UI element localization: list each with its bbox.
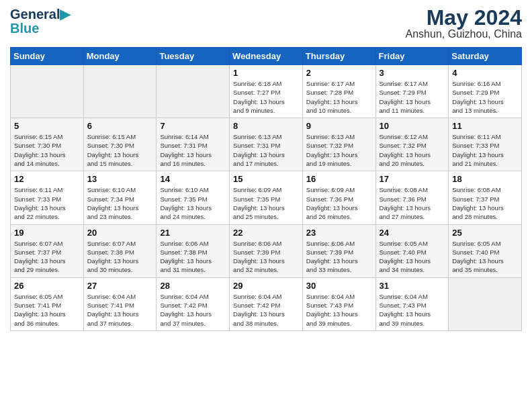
table-row — [449, 277, 522, 330]
day-number: 25 — [452, 228, 518, 238]
day-number: 14 — [160, 174, 226, 184]
day-info: Sunrise: 6:11 AMSunset: 7:33 PMDaylight:… — [14, 185, 80, 221]
header: General▶ Blue May 2024 Anshun, Guizhou, … — [10, 7, 522, 40]
day-number: 1 — [233, 68, 299, 78]
day-number: 30 — [306, 281, 372, 291]
calendar-week-row: 26Sunrise: 6:05 AMSunset: 7:41 PMDayligh… — [11, 277, 522, 330]
day-info: Sunrise: 6:07 AMSunset: 7:38 PMDaylight:… — [87, 239, 153, 275]
calendar-header-row: Sunday Monday Tuesday Wednesday Thursday… — [11, 48, 522, 65]
table-row: 7Sunrise: 6:14 AMSunset: 7:31 PMDaylight… — [157, 118, 230, 171]
day-info: Sunrise: 6:04 AMSunset: 7:41 PMDaylight:… — [87, 292, 153, 328]
table-row — [83, 65, 157, 118]
table-row: 26Sunrise: 6:05 AMSunset: 7:41 PMDayligh… — [11, 277, 84, 330]
day-number: 7 — [160, 121, 226, 131]
day-info: Sunrise: 6:13 AMSunset: 7:32 PMDaylight:… — [306, 132, 372, 168]
col-tuesday: Tuesday — [157, 48, 230, 65]
col-monday: Monday — [83, 48, 157, 65]
day-info: Sunrise: 6:18 AMSunset: 7:27 PMDaylight:… — [233, 79, 299, 115]
day-info: Sunrise: 6:16 AMSunset: 7:29 PMDaylight:… — [452, 79, 518, 115]
day-info: Sunrise: 6:09 AMSunset: 7:36 PMDaylight:… — [306, 185, 372, 221]
table-row: 21Sunrise: 6:06 AMSunset: 7:38 PMDayligh… — [157, 224, 230, 277]
day-info: Sunrise: 6:11 AMSunset: 7:33 PMDaylight:… — [452, 132, 518, 168]
table-row: 4Sunrise: 6:16 AMSunset: 7:29 PMDaylight… — [449, 65, 522, 118]
table-row: 30Sunrise: 6:04 AMSunset: 7:43 PMDayligh… — [302, 277, 375, 330]
day-info: Sunrise: 6:10 AMSunset: 7:35 PMDaylight:… — [160, 185, 226, 221]
table-row: 23Sunrise: 6:06 AMSunset: 7:39 PMDayligh… — [302, 224, 375, 277]
logo: General▶ Blue — [10, 7, 70, 35]
calendar-table: Sunday Monday Tuesday Wednesday Thursday… — [10, 47, 522, 331]
table-row: 10Sunrise: 6:12 AMSunset: 7:32 PMDayligh… — [375, 118, 449, 171]
table-row: 15Sunrise: 6:09 AMSunset: 7:35 PMDayligh… — [230, 171, 303, 224]
day-number: 27 — [87, 281, 153, 291]
col-wednesday: Wednesday — [230, 48, 303, 65]
day-number: 26 — [14, 281, 80, 291]
calendar-week-row: 19Sunrise: 6:07 AMSunset: 7:37 PMDayligh… — [11, 224, 522, 277]
day-info: Sunrise: 6:13 AMSunset: 7:31 PMDaylight:… — [233, 132, 299, 168]
table-row: 1Sunrise: 6:18 AMSunset: 7:27 PMDaylight… — [230, 65, 303, 118]
day-info: Sunrise: 6:06 AMSunset: 7:39 PMDaylight:… — [306, 239, 372, 275]
day-info: Sunrise: 6:06 AMSunset: 7:38 PMDaylight:… — [160, 239, 226, 275]
table-row: 11Sunrise: 6:11 AMSunset: 7:33 PMDayligh… — [449, 118, 522, 171]
day-info: Sunrise: 6:05 AMSunset: 7:40 PMDaylight:… — [452, 239, 518, 275]
day-info: Sunrise: 6:06 AMSunset: 7:39 PMDaylight:… — [233, 239, 299, 275]
day-info: Sunrise: 6:14 AMSunset: 7:31 PMDaylight:… — [160, 132, 226, 168]
table-row: 20Sunrise: 6:07 AMSunset: 7:38 PMDayligh… — [83, 224, 157, 277]
day-info: Sunrise: 6:08 AMSunset: 7:37 PMDaylight:… — [452, 185, 518, 221]
table-row: 29Sunrise: 6:04 AMSunset: 7:42 PMDayligh… — [230, 277, 303, 330]
day-number: 11 — [452, 121, 518, 131]
day-info: Sunrise: 6:04 AMSunset: 7:43 PMDaylight:… — [306, 292, 372, 328]
day-number: 8 — [233, 121, 299, 131]
logo-subtext: Blue — [10, 21, 70, 35]
day-number: 16 — [306, 174, 372, 184]
day-number: 22 — [233, 228, 299, 238]
day-number: 31 — [380, 281, 445, 291]
calendar-week-row: 1Sunrise: 6:18 AMSunset: 7:27 PMDaylight… — [11, 65, 522, 118]
day-number: 15 — [233, 174, 299, 184]
day-info: Sunrise: 6:07 AMSunset: 7:37 PMDaylight:… — [14, 239, 80, 275]
table-row: 17Sunrise: 6:08 AMSunset: 7:36 PMDayligh… — [375, 171, 449, 224]
calendar-subtitle: Anshun, Guizhou, China — [406, 28, 522, 40]
table-row: 16Sunrise: 6:09 AMSunset: 7:36 PMDayligh… — [302, 171, 375, 224]
day-info: Sunrise: 6:04 AMSunset: 7:42 PMDaylight:… — [233, 292, 299, 328]
calendar-title: May 2024 — [406, 7, 522, 28]
table-row: 28Sunrise: 6:04 AMSunset: 7:42 PMDayligh… — [157, 277, 230, 330]
day-number: 12 — [14, 174, 80, 184]
day-info: Sunrise: 6:15 AMSunset: 7:30 PMDaylight:… — [87, 132, 153, 168]
day-number: 28 — [160, 281, 226, 291]
table-row: 18Sunrise: 6:08 AMSunset: 7:37 PMDayligh… — [449, 171, 522, 224]
day-number: 9 — [306, 121, 372, 131]
table-row: 6Sunrise: 6:15 AMSunset: 7:30 PMDaylight… — [83, 118, 157, 171]
day-info: Sunrise: 6:05 AMSunset: 7:41 PMDaylight:… — [14, 292, 80, 328]
day-number: 23 — [306, 228, 372, 238]
day-info: Sunrise: 6:12 AMSunset: 7:32 PMDaylight:… — [380, 132, 445, 168]
day-number: 21 — [160, 228, 226, 238]
calendar-week-row: 12Sunrise: 6:11 AMSunset: 7:33 PMDayligh… — [11, 171, 522, 224]
table-row: 31Sunrise: 6:04 AMSunset: 7:43 PMDayligh… — [375, 277, 449, 330]
day-number: 4 — [452, 68, 518, 78]
day-info: Sunrise: 6:04 AMSunset: 7:43 PMDaylight:… — [380, 292, 445, 328]
table-row: 3Sunrise: 6:17 AMSunset: 7:29 PMDaylight… — [375, 65, 449, 118]
table-row: 24Sunrise: 6:05 AMSunset: 7:40 PMDayligh… — [375, 224, 449, 277]
day-number: 20 — [87, 228, 153, 238]
day-info: Sunrise: 6:17 AMSunset: 7:28 PMDaylight:… — [306, 79, 372, 115]
day-number: 13 — [87, 174, 153, 184]
table-row: 9Sunrise: 6:13 AMSunset: 7:32 PMDaylight… — [302, 118, 375, 171]
day-info: Sunrise: 6:17 AMSunset: 7:29 PMDaylight:… — [380, 79, 445, 115]
table-row: 13Sunrise: 6:10 AMSunset: 7:34 PMDayligh… — [83, 171, 157, 224]
calendar-week-row: 5Sunrise: 6:15 AMSunset: 7:30 PMDaylight… — [11, 118, 522, 171]
day-info: Sunrise: 6:10 AMSunset: 7:34 PMDaylight:… — [87, 185, 153, 221]
day-number: 24 — [380, 228, 445, 238]
col-friday: Friday — [375, 48, 449, 65]
day-number: 19 — [14, 228, 80, 238]
day-number: 3 — [380, 68, 445, 78]
day-info: Sunrise: 6:15 AMSunset: 7:30 PMDaylight:… — [14, 132, 80, 168]
day-number: 10 — [380, 121, 445, 131]
day-info: Sunrise: 6:04 AMSunset: 7:42 PMDaylight:… — [160, 292, 226, 328]
logo-text: General▶ — [10, 7, 70, 21]
table-row: 8Sunrise: 6:13 AMSunset: 7:31 PMDaylight… — [230, 118, 303, 171]
col-saturday: Saturday — [449, 48, 522, 65]
day-number: 17 — [380, 174, 445, 184]
table-row — [157, 65, 230, 118]
day-info: Sunrise: 6:09 AMSunset: 7:35 PMDaylight:… — [233, 185, 299, 221]
table-row: 27Sunrise: 6:04 AMSunset: 7:41 PMDayligh… — [83, 277, 157, 330]
